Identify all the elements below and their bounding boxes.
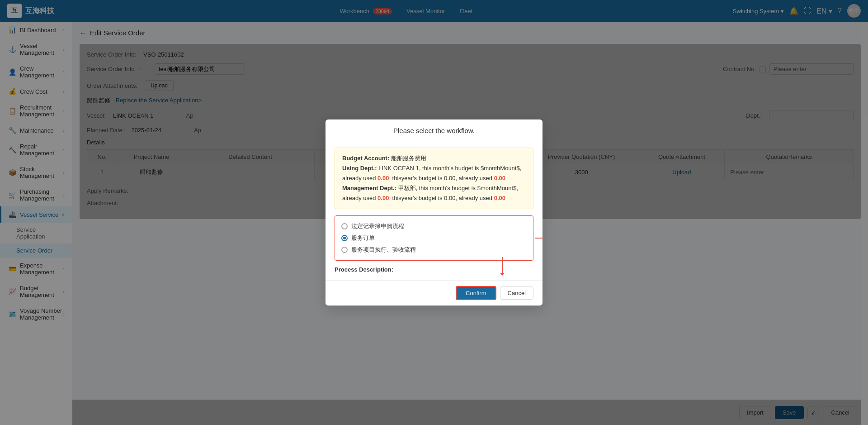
- workflow-option-2[interactable]: 服务订单: [341, 232, 527, 244]
- radio-option2[interactable]: [341, 235, 348, 241]
- modal-overlay: Please select the workflow. Budget Accou…: [0, 0, 868, 425]
- confirm-annotation: [502, 255, 503, 273]
- workflow-options-box: 法定记录簿申购流程 服务订单 服务项目执行、验收流程: [335, 215, 533, 261]
- arrow-line: [535, 238, 542, 239]
- modal-body: Budget Account: 船舶服务费用 Using Dept.: LINK…: [326, 140, 542, 280]
- workflow-option-1[interactable]: 法定记录簿申购流程: [341, 220, 527, 232]
- confirm-arrow-tip: [500, 273, 505, 276]
- confirm-button[interactable]: Confirm: [456, 286, 496, 300]
- option3-label: 服务项目执行、验收流程: [351, 246, 416, 254]
- modal-cancel-button[interactable]: Cancel: [500, 287, 533, 300]
- budget-account-label: Budget Account:: [342, 155, 389, 162]
- process-desc-label: Process Description:: [335, 266, 393, 273]
- using-dept-row: Using Dept.: LINK OCEAN 1, this month's …: [342, 163, 526, 183]
- radio-option1[interactable]: [341, 223, 348, 229]
- workflow-options-wrapper: 法定记录簿申购流程 服务订单 服务项目执行、验收流程: [335, 215, 533, 261]
- modal-title: Please select the workflow.: [326, 119, 542, 140]
- using-dept-zero2: 0.00: [494, 175, 505, 181]
- using-dept-text2: ; thisyear's budget is 0.00, already use…: [389, 175, 494, 181]
- budget-account-value: 船舶服务费用: [391, 155, 426, 162]
- mgmt-dept-row: Management Dept.: 甲板部, this month's budg…: [342, 183, 526, 203]
- mgmt-dept-text2: ; thisyear's budget is 0.00, already use…: [389, 195, 494, 201]
- modal-footer: Confirm Cancel: [326, 280, 542, 306]
- budget-account-row: Budget Account: 船舶服务费用: [342, 153, 526, 163]
- annotation-arrow-area: 7.After selecting the workflow, click "C…: [535, 235, 542, 241]
- using-dept-label: Using Dept.:: [342, 165, 377, 172]
- workflow-option-3[interactable]: 服务项目执行、验收流程: [341, 244, 527, 256]
- mgmt-dept-zero2: 0.00: [494, 195, 505, 201]
- budget-info-box: Budget Account: 船舶服务费用 Using Dept.: LINK…: [335, 148, 533, 209]
- mgmt-dept-zero1: 0.00: [377, 195, 389, 201]
- process-description: Process Description:: [335, 266, 533, 273]
- radio-option3[interactable]: [341, 247, 348, 253]
- option1-label: 法定记录簿申购流程: [351, 222, 404, 230]
- confirm-arrow-shaft: [502, 257, 503, 273]
- modal-footer-container: Confirm Cancel: [326, 280, 542, 306]
- mgmt-dept-label: Management Dept.:: [342, 185, 396, 191]
- option2-label: 服务订单: [351, 234, 375, 242]
- using-dept-zero1: 0.00: [377, 175, 389, 181]
- workflow-modal: Please select the workflow. Budget Accou…: [326, 119, 542, 306]
